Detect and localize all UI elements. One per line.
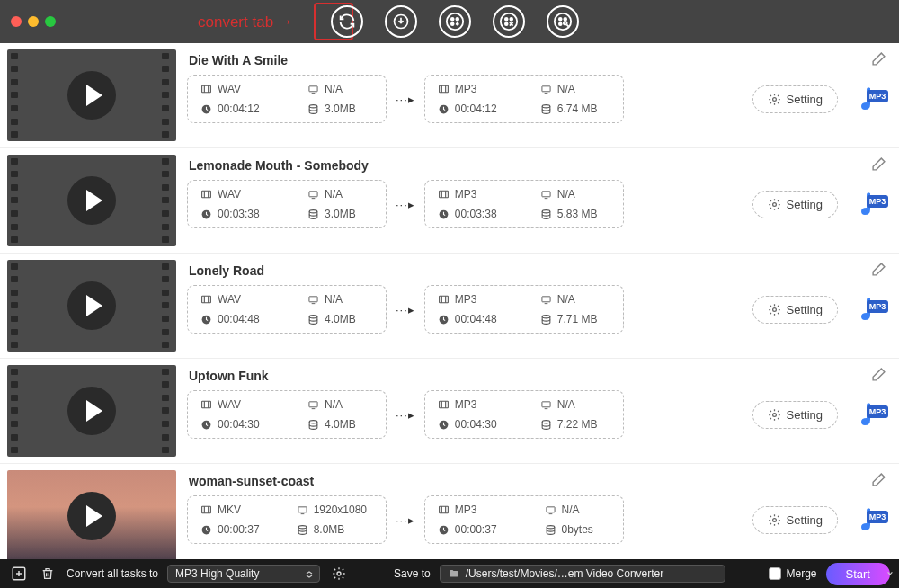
source-size: 4.0MB	[307, 313, 373, 325]
resolution-icon	[307, 294, 319, 306]
disk-icon	[540, 103, 552, 115]
clock-icon	[438, 103, 450, 115]
tab-compress[interactable]	[493, 5, 525, 38]
tab-convert[interactable]	[331, 5, 363, 38]
item-title: Lemonade Mouth - Somebody	[187, 155, 892, 180]
play-button[interactable]	[67, 492, 116, 540]
svg-point-11	[564, 18, 566, 21]
setting-label: Setting	[787, 93, 823, 106]
target-resolution: N/A	[540, 83, 610, 95]
output-format-badge[interactable]: MP3	[852, 293, 892, 325]
item-details: Lemonade Mouth - SomebodyWAVN/A00:03:383…	[187, 155, 892, 246]
svg-point-55	[772, 413, 776, 416]
output-format-badge[interactable]: MP3	[852, 188, 892, 220]
item-setting-button[interactable]: Setting	[752, 191, 838, 218]
target-info-box: MP3N/A00:04:307.22 MB	[424, 390, 624, 439]
target-duration: 00:03:38	[438, 208, 510, 220]
item-details: Lonely RoadWAVN/A00:04:484.0MB···▸MP3N/A…	[187, 260, 892, 352]
play-button[interactable]	[67, 176, 116, 225]
folder-icon	[448, 568, 460, 579]
target-info-box: MP3N/A00:04:487.71 MB	[424, 285, 624, 334]
rename-button[interactable]	[871, 472, 886, 487]
start-button[interactable]: Start	[826, 563, 890, 585]
svg-rect-51	[439, 401, 448, 408]
svg-point-66	[772, 518, 776, 521]
svg-text:MP3: MP3	[869, 92, 886, 101]
minimize-window-button[interactable]	[28, 16, 39, 27]
item-details: Uptown FunkWAVN/A00:04:304.0MB···▸MP3N/A…	[187, 365, 892, 457]
output-format-badge[interactable]: MP3	[852, 398, 892, 431]
rename-button[interactable]	[871, 156, 886, 172]
conversion-row: WAVN/A00:04:123.0MB···▸MP3N/A00:04:126.7…	[187, 75, 892, 123]
film-search-icon	[553, 12, 573, 31]
svg-rect-58	[202, 506, 211, 513]
disk-icon	[307, 209, 319, 220]
format-icon	[438, 84, 450, 95]
svg-point-50	[309, 420, 317, 423]
svg-point-17	[309, 104, 317, 107]
item-thumbnail[interactable]	[7, 49, 176, 141]
maximize-window-button[interactable]	[45, 16, 56, 27]
item-setting-button[interactable]: Setting	[752, 506, 838, 534]
svg-point-6	[505, 18, 508, 21]
item-thumbnail[interactable]	[7, 155, 176, 246]
item-setting-button[interactable]: Setting	[752, 85, 838, 113]
convert-all-select[interactable]: MP3 High Quality	[167, 565, 320, 583]
svg-point-22	[772, 97, 776, 101]
merge-toggle[interactable]: Merge	[769, 567, 817, 580]
source-resolution: N/A	[307, 188, 373, 200]
item-details: Die With A SmileWAVN/A00:04:123.0MB···▸M…	[187, 49, 892, 141]
close-window-button[interactable]	[11, 16, 22, 27]
svg-point-65	[547, 525, 555, 528]
source-format: MKV	[200, 503, 266, 516]
source-duration: 00:04:48	[200, 313, 277, 325]
play-button[interactable]	[67, 387, 116, 435]
format-icon	[200, 294, 212, 306]
target-size: 7.71 MB	[540, 313, 610, 325]
svg-point-44	[772, 307, 776, 311]
convert-arrow-icon: ···▸	[396, 303, 415, 316]
source-duration: 00:00:37	[200, 523, 266, 536]
output-format-badge[interactable]: MP3	[852, 83, 892, 115]
svg-point-3	[456, 18, 458, 21]
window-controls	[11, 16, 56, 27]
setting-label: Setting	[787, 198, 823, 211]
svg-text:MP3: MP3	[869, 512, 886, 521]
item-thumbnail[interactable]	[7, 260, 176, 352]
svg-point-39	[309, 315, 317, 317]
rename-button[interactable]	[871, 262, 886, 277]
disk-icon	[307, 419, 319, 431]
item-thumbnail[interactable]	[7, 470, 176, 559]
svg-point-54	[542, 420, 550, 423]
item-thumbnail[interactable]	[7, 365, 176, 457]
resolution-icon	[540, 294, 552, 306]
item-setting-button[interactable]: Setting	[752, 296, 838, 324]
tab-edit[interactable]	[439, 5, 471, 38]
tab-tools[interactable]	[547, 5, 579, 38]
target-format: MP3	[438, 293, 510, 306]
output-format-badge[interactable]: MP3	[852, 503, 892, 536]
svg-rect-47	[202, 401, 211, 408]
add-task-button[interactable]	[9, 564, 29, 584]
play-button[interactable]	[67, 71, 116, 120]
output-settings-button[interactable]	[329, 564, 349, 584]
footer-bar: Convert all tasks to MP3 High Quality Sa…	[0, 559, 899, 588]
clock-icon	[438, 314, 450, 325]
rename-button[interactable]	[871, 51, 886, 67]
format-icon	[200, 189, 212, 200]
remove-task-button[interactable]	[38, 564, 58, 584]
source-size: 4.0MB	[307, 418, 373, 431]
rename-button[interactable]	[871, 367, 886, 382]
source-format: WAV	[200, 398, 277, 411]
download-circle-icon	[392, 13, 410, 31]
resolution-icon	[540, 189, 552, 200]
source-info-box: WAVN/A00:04:484.0MB	[187, 285, 387, 334]
item-setting-button[interactable]: Setting	[752, 401, 838, 429]
target-resolution: N/A	[540, 293, 610, 306]
save-to-label: Save to	[394, 567, 431, 580]
tab-download[interactable]	[385, 5, 417, 38]
play-button[interactable]	[67, 281, 116, 330]
save-to-path-field[interactable]: /Users/test/Movies/…em Video Converter	[440, 565, 725, 583]
disk-icon	[307, 314, 319, 325]
target-resolution: N/A	[540, 398, 610, 411]
